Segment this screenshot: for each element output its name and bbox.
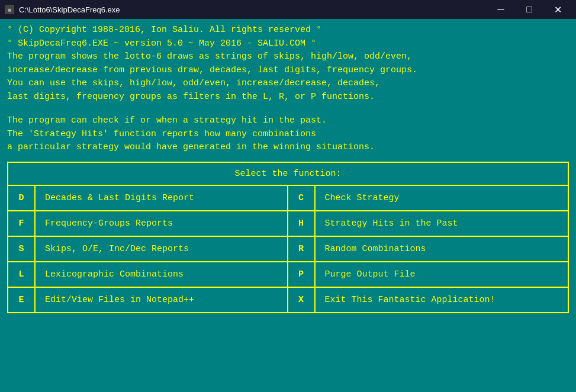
menu-row-l[interactable]: L Lexicographic Combinations — [8, 262, 287, 288]
window-icon: ■ — [5, 5, 14, 14]
menu-label-p[interactable]: Purge Output File — [316, 262, 425, 287]
desc-line2: increase/decrease from previous draw, de… — [7, 64, 569, 78]
menu-container: Select the function: D Decades & Last Di… — [7, 162, 569, 313]
main-window: ■ C:\Lotto6\SkipDecaFreq6.exe ─ □ ✕ ° (C… — [0, 0, 576, 392]
menu-key-e[interactable]: E — [8, 288, 36, 312]
strategy-line2: The 'Strategy Hits' function reports how… — [7, 128, 569, 142]
menu-key-p[interactable]: P — [288, 262, 316, 287]
menu-label-c[interactable]: Check Strategy — [316, 186, 409, 210]
menu-row-e[interactable]: E Edit/View Files in Notepad++ — [8, 288, 287, 312]
close-button[interactable]: ✕ — [544, 0, 571, 19]
menu-key-c[interactable]: C — [288, 186, 316, 210]
strategy-line1: The program can check if or when a strat… — [7, 114, 569, 128]
strategy-line3: a particular strategy would have generat… — [7, 141, 569, 155]
menu-row-c[interactable]: C Check Strategy — [288, 186, 568, 211]
desc-line1: The program shows the lotto-6 draws as s… — [7, 50, 569, 64]
menu-label-l[interactable]: Lexicographic Combinations — [36, 262, 193, 287]
menu-row-h[interactable]: H Strategy Hits in the Past — [288, 211, 568, 237]
menu-key-d[interactable]: D — [8, 186, 36, 210]
title-bar: ■ C:\Lotto6\SkipDecaFreq6.exe ─ □ ✕ — [0, 0, 576, 19]
menu-header: Select the function: — [8, 163, 568, 186]
copyright-line: ° (C) Copyright 1988-2016, Ion Saliu. Al… — [7, 24, 569, 37]
desc-line3: You can use the skips, high/low, odd/eve… — [7, 77, 569, 91]
menu-row-x[interactable]: X Exit This Fantastic Application! — [288, 288, 568, 312]
content-area: ° (C) Copyright 1988-2016, Ion Saliu. Al… — [0, 19, 576, 392]
desc-line4: last digits, frequency groups as filters… — [7, 91, 569, 104]
title-bar-text: C:\Lotto6\SkipDecaFreq6.exe — [19, 5, 487, 14]
menu-label-r[interactable]: Random Combinations — [316, 237, 436, 261]
menu-row-p[interactable]: P Purge Output File — [288, 262, 568, 288]
menu-label-h[interactable]: Strategy Hits in the Past — [316, 211, 468, 236]
menu-label-x[interactable]: Exit This Fantastic Application! — [316, 288, 505, 312]
menu-key-h[interactable]: H — [288, 211, 316, 236]
menu-label-s[interactable]: Skips, O/E, Inc/Dec Reports — [36, 237, 198, 261]
title-bar-controls: ─ □ ✕ — [487, 0, 571, 19]
header-text: ° (C) Copyright 1988-2016, Ion Saliu. Al… — [7, 24, 569, 155]
menu-row-r[interactable]: R Random Combinations — [288, 237, 568, 262]
minimize-button[interactable]: ─ — [487, 0, 514, 19]
maximize-button[interactable]: □ — [516, 0, 543, 19]
menu-right-column: C Check Strategy H Strategy Hits in the … — [288, 186, 568, 312]
menu-label-e[interactable]: Edit/View Files in Notepad++ — [36, 288, 204, 312]
menu-key-x[interactable]: X — [288, 288, 316, 312]
menu-label-d[interactable]: Decades & Last Digits Report — [36, 186, 204, 210]
menu-key-r[interactable]: R — [288, 237, 316, 261]
menu-label-f[interactable]: Frequency-Groups Reports — [36, 211, 182, 236]
menu-row-s[interactable]: S Skips, O/E, Inc/Dec Reports — [8, 237, 287, 262]
menu-key-l[interactable]: L — [8, 262, 36, 287]
version-line: ° SkipDecaFreq6.EXE ~ version 5.0 ~ May … — [7, 37, 569, 51]
menu-key-f[interactable]: F — [8, 211, 36, 236]
menu-row-d[interactable]: D Decades & Last Digits Report — [8, 186, 287, 211]
menu-header-text: Select the function: — [234, 169, 341, 179]
menu-key-s[interactable]: S — [8, 237, 36, 261]
menu-left-column: D Decades & Last Digits Report F Frequen… — [8, 186, 288, 312]
menu-grid: D Decades & Last Digits Report F Frequen… — [8, 186, 568, 312]
menu-row-f[interactable]: F Frequency-Groups Reports — [8, 211, 287, 237]
